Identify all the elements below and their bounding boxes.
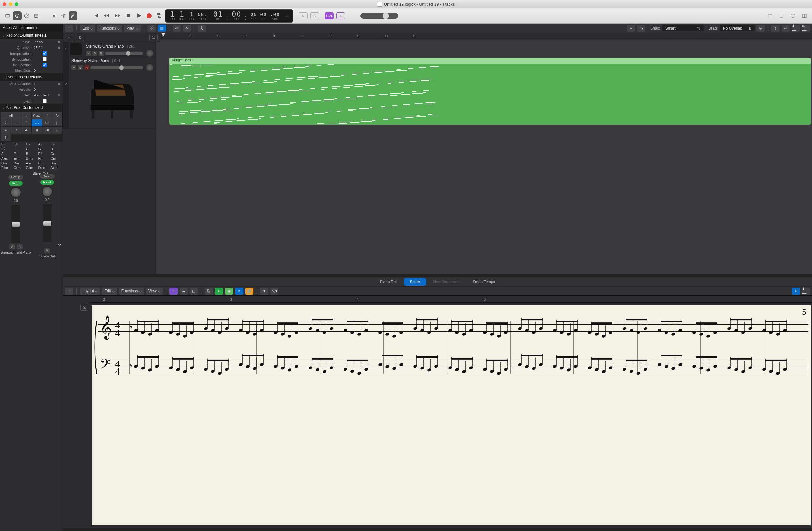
- toolbar-button[interactable]: [32, 11, 41, 20]
- style-value[interactable]: Piano: [34, 40, 55, 44]
- key-item[interactable]: F♯: [38, 152, 49, 156]
- key-item[interactable]: A♭: [38, 142, 49, 146]
- key-item[interactable]: Fm: [38, 156, 49, 160]
- key-item[interactable]: C♯: [50, 152, 61, 156]
- key-item[interactable]: D: [50, 147, 61, 151]
- arrange-area[interactable]: 1-Bright Tines 1: [156, 42, 812, 274]
- inspector-event-header[interactable]: ⌵ Event: Insert Defaults: [0, 73, 63, 81]
- partbox-item[interactable]: ≈: [1, 127, 11, 134]
- track-pan-knob[interactable]: [146, 50, 153, 57]
- lyric-checkbox[interactable]: [35, 99, 54, 103]
- snap-select[interactable]: Smart⇅: [662, 25, 704, 31]
- key-item[interactable]: E♭: [50, 142, 61, 146]
- partbox-item[interactable]: ⏜: [21, 119, 31, 126]
- key-item[interactable]: Gm: [1, 161, 12, 165]
- key-item[interactable]: C: [26, 147, 37, 151]
- key-item[interactable]: G♭: [14, 142, 25, 146]
- automation-button[interactable]: [173, 25, 181, 32]
- inspector-partbox-header[interactable]: ⌵ Part Box: Customized: [0, 104, 63, 111]
- loop-browser-button[interactable]: [788, 11, 797, 20]
- catch-button[interactable]: [198, 25, 206, 32]
- pencil-tool[interactable]: ＼▾: [270, 288, 278, 295]
- key-item[interactable]: G: [38, 147, 49, 151]
- pan-knob[interactable]: [11, 187, 21, 198]
- functions-menu[interactable]: Functions ⌵: [119, 288, 144, 295]
- partbox-item[interactable]: A: [21, 127, 31, 134]
- key-item[interactable]: C♭: [1, 142, 12, 146]
- stop-button[interactable]: [125, 12, 131, 20]
- pointer-tool[interactable]: ▾: [260, 288, 269, 295]
- partbox-item[interactable]: ⤴: [1, 119, 11, 126]
- metronome-badge[interactable]: ⚠: [336, 12, 345, 19]
- syncopation-checkbox[interactable]: [35, 57, 54, 61]
- key-item[interactable]: F♯m: [1, 166, 12, 170]
- record-button[interactable]: [147, 13, 151, 18]
- quantize-value[interactable]: 16,24: [34, 46, 55, 50]
- score-hscrollbar[interactable]: [63, 528, 812, 531]
- zoom-traffic-light[interactable]: [15, 2, 18, 6]
- back-arrow-button[interactable]: ↑: [65, 288, 73, 295]
- key-item[interactable]: A: [1, 152, 12, 156]
- key-item[interactable]: Em: [38, 161, 49, 165]
- rewind-button[interactable]: [103, 12, 110, 20]
- track-volume-slider[interactable]: [90, 66, 143, 69]
- partbox-item[interactable]: ¶: [1, 134, 11, 141]
- bnc-label[interactable]: Bnc: [56, 243, 63, 247]
- timeline-ruler[interactable]: 135791113151719: [160, 33, 812, 40]
- list-editors-button[interactable]: [766, 11, 774, 20]
- inspector-button[interactable]: [13, 11, 21, 20]
- master-volume-slider[interactable]: [360, 13, 398, 19]
- key-item[interactable]: Am: [26, 161, 37, 165]
- notepad-button[interactable]: [777, 11, 786, 20]
- cycle-button[interactable]: [156, 12, 162, 20]
- back-arrow-button[interactable]: ↑: [65, 25, 73, 32]
- midi-out-button[interactable]: ●: [215, 288, 223, 295]
- view-menu[interactable]: View ⌵: [124, 25, 141, 32]
- solo-button[interactable]: S: [78, 65, 83, 70]
- edit-menu[interactable]: Edit ⌵: [80, 25, 95, 32]
- key-item[interactable]: A♯m: [50, 166, 61, 170]
- automation-read[interactable]: Read: [40, 180, 54, 185]
- countin-badge[interactable]: 1234: [325, 12, 334, 19]
- volume-fader[interactable]: [11, 205, 20, 243]
- partbox-item[interactable]: fp: [52, 112, 62, 119]
- volume-fader[interactable]: [43, 204, 52, 242]
- forward-button[interactable]: [114, 12, 120, 20]
- velocity-value[interactable]: 0: [34, 88, 55, 92]
- partbox-item[interactable]: 𝄐: [11, 119, 21, 126]
- key-item[interactable]: D♯m: [38, 166, 49, 170]
- layout-menu[interactable]: Layout ⌵: [80, 288, 100, 295]
- edit-menu[interactable]: Edit ⌵: [102, 288, 117, 295]
- key-item[interactable]: D♭: [26, 142, 37, 146]
- duplicate-track-button[interactable]: ⧉: [76, 34, 84, 41]
- nooverlap-checkbox[interactable]: [35, 63, 54, 67]
- editors-button[interactable]: [69, 11, 77, 20]
- wrapped-view-button[interactable]: ≣: [179, 288, 188, 295]
- mute-button[interactable]: M: [44, 248, 50, 253]
- smart-controls-button[interactable]: [49, 11, 58, 20]
- solo-lock-badge[interactable]: S: [310, 12, 319, 19]
- add-track-button[interactable]: +: [65, 34, 73, 41]
- partbox-item[interactable]: ♩=: [42, 127, 52, 134]
- partbox-item[interactable]: ⨉: [52, 127, 62, 134]
- vzoom-slider[interactable]: ⬍ ●━: [792, 25, 800, 32]
- key-item[interactable]: C♯m: [14, 166, 25, 170]
- partbox-item[interactable]: Ped.: [32, 112, 42, 119]
- minimize-traffic-light[interactable]: [9, 2, 12, 6]
- group-slot[interactable]: Group: [8, 175, 24, 180]
- tab-score[interactable]: Score: [404, 278, 426, 286]
- key-item[interactable]: G♯m: [26, 166, 37, 170]
- hzoom-slider[interactable]: ⬌ ●━: [802, 25, 810, 32]
- vzoom-slider[interactable]: ⬍ ●━: [802, 288, 810, 295]
- linear-view-button[interactable]: ≡: [169, 288, 178, 295]
- partbox-item[interactable]: 𝄽: [11, 127, 21, 134]
- view-menu[interactable]: View ⌵: [146, 288, 163, 295]
- key-item[interactable]: E♭m: [14, 156, 25, 160]
- flex-button[interactable]: [183, 25, 191, 32]
- track-volume-slider[interactable]: [105, 52, 143, 55]
- key-item[interactable]: B♭: [1, 147, 12, 151]
- partbox-item[interactable]: ♫: [21, 112, 31, 119]
- quick-help-button[interactable]: [22, 11, 31, 20]
- drag-select[interactable]: No Overlap⇅: [720, 25, 755, 31]
- midi-in-button[interactable]: ⎘: [205, 288, 213, 295]
